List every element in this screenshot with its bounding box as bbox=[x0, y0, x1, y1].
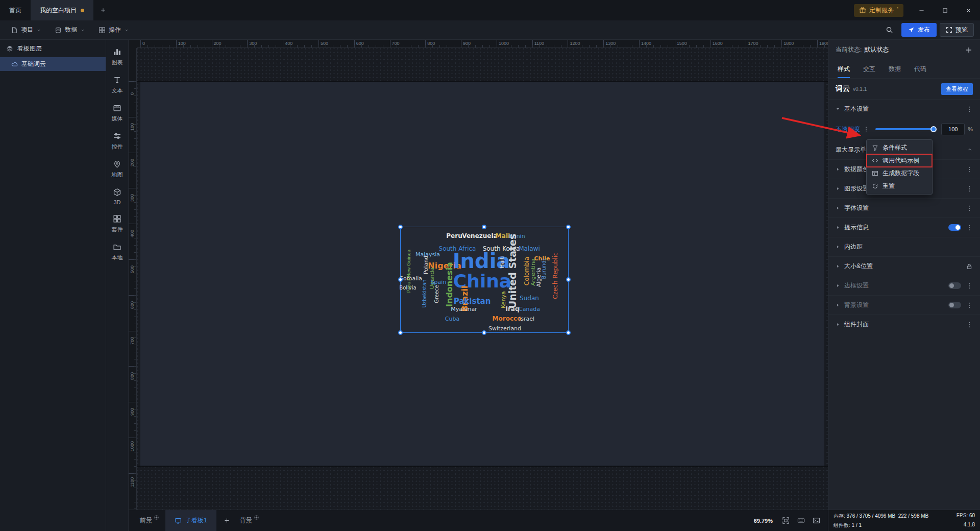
component-count: 组件数: 1 / 1 bbox=[834, 522, 862, 529]
new-tab-button[interactable] bbox=[93, 0, 113, 20]
wordcloud-word: Venezuela bbox=[462, 233, 497, 239]
tool-label: 文本 bbox=[112, 87, 123, 94]
section-header[interactable]: 边框设置 bbox=[828, 276, 980, 295]
section-header[interactable]: 组件封面 bbox=[828, 315, 980, 334]
console-button[interactable] bbox=[808, 510, 824, 531]
wordcloud-word: Canada bbox=[519, 306, 540, 312]
add-state-button[interactable] bbox=[965, 46, 973, 54]
section-header[interactable]: 内边距 bbox=[828, 237, 980, 256]
tool-cube[interactable]: 3D bbox=[106, 183, 128, 210]
lock-icon[interactable] bbox=[966, 263, 973, 270]
fit-screen-button[interactable] bbox=[778, 510, 793, 531]
keyboard-shortcuts-button[interactable] bbox=[793, 510, 808, 531]
resize-handle[interactable] bbox=[482, 330, 486, 335]
more-options-icon[interactable] bbox=[966, 106, 973, 113]
more-options-icon[interactable] bbox=[966, 282, 973, 289]
inspector-tab[interactable]: 数据 bbox=[889, 60, 901, 78]
add-board-button[interactable] bbox=[218, 510, 236, 531]
more-options-icon[interactable] bbox=[966, 321, 973, 328]
search-button[interactable] bbox=[880, 20, 898, 39]
layer-label: 基础词云 bbox=[21, 60, 46, 68]
tool-map[interactable]: 地图 bbox=[106, 155, 128, 183]
zoom-level[interactable]: 69.79% bbox=[749, 510, 778, 531]
resize-handle[interactable] bbox=[398, 330, 403, 335]
inspector-tab[interactable]: 样式 bbox=[838, 60, 850, 78]
menu-item[interactable]: 操作 bbox=[92, 20, 136, 39]
opacity-slider[interactable] bbox=[875, 128, 935, 130]
maximize-button[interactable] bbox=[933, 0, 957, 20]
ruler-tick: 700 bbox=[129, 331, 136, 331]
board-tab[interactable]: 子看板1 bbox=[165, 510, 216, 531]
publish-button[interactable]: 发布 bbox=[901, 23, 937, 37]
toggle-off[interactable] bbox=[948, 282, 961, 289]
wordcloud-word: Czech Republic bbox=[552, 252, 558, 299]
section-header[interactable]: 背景设置 bbox=[828, 295, 980, 315]
more-options-icon[interactable] bbox=[966, 302, 973, 309]
wordcloud-word: Israel bbox=[519, 316, 534, 322]
toggle-on[interactable] bbox=[948, 224, 961, 231]
preview-button[interactable]: 预览 bbox=[940, 23, 974, 37]
bottombar-spacer bbox=[263, 510, 749, 531]
section-label: 背景设置 bbox=[844, 301, 869, 309]
resize-handle[interactable] bbox=[566, 277, 571, 282]
opacity-options-icon[interactable] bbox=[863, 126, 869, 132]
wordcloud-word: Switzerland bbox=[488, 326, 521, 331]
titlebar-tab[interactable]: 我的空白项目 bbox=[31, 0, 93, 20]
tool-local[interactable]: 本地 bbox=[106, 238, 128, 266]
monitor-icon bbox=[175, 517, 182, 524]
chevron-up-icon[interactable] bbox=[967, 147, 973, 153]
ruler-tick: 700 bbox=[390, 40, 390, 47]
more-options-icon[interactable] bbox=[966, 205, 973, 212]
section-label: 数据颜色 bbox=[844, 165, 869, 174]
tab-label: 首页 bbox=[9, 6, 21, 15]
close-button[interactable] bbox=[957, 0, 980, 20]
resize-handle[interactable] bbox=[566, 330, 571, 335]
tool-label: 3D bbox=[113, 199, 120, 205]
context-menu-item[interactable]: 调用代码示例 bbox=[867, 154, 932, 167]
opacity-input[interactable]: 100 bbox=[941, 123, 965, 135]
inspector-tab[interactable]: 代码 bbox=[914, 60, 926, 78]
background-layer-button[interactable]: 背景 bbox=[236, 510, 263, 531]
tool-text[interactable]: 文本 bbox=[106, 71, 128, 99]
tool-label: 地图 bbox=[112, 171, 123, 179]
tool-label: 本地 bbox=[112, 254, 123, 261]
canvas-viewport[interactable]: 0100200300400500600700800900100011001200… bbox=[129, 40, 828, 510]
resize-handle[interactable] bbox=[398, 277, 403, 282]
layer-item[interactable]: 基础词云 bbox=[0, 57, 106, 71]
tool-label: 控件 bbox=[112, 143, 123, 151]
layers-panel: 看板图层 基础词云 bbox=[0, 40, 106, 531]
more-options-icon[interactable] bbox=[966, 224, 973, 231]
section-header[interactable]: 大小&位置 bbox=[828, 256, 980, 276]
titlebar-tab[interactable]: 首页 bbox=[0, 0, 31, 20]
ruler-tick: 1400 bbox=[639, 40, 640, 47]
toggle-off[interactable] bbox=[948, 302, 961, 308]
slider-knob[interactable] bbox=[930, 126, 937, 132]
section-header[interactable]: 字体设置 bbox=[828, 198, 980, 218]
wordcloud-component[interactable]: PeruVenezuelaMaliBeninSouth AfricaSouth … bbox=[400, 227, 569, 333]
context-menu-item[interactable]: 重置 bbox=[867, 180, 932, 192]
section-basic-settings[interactable]: 基本设置 bbox=[828, 99, 980, 118]
resize-handle[interactable] bbox=[566, 225, 571, 229]
custom-service-badge[interactable]: 定制服务 * bbox=[854, 4, 903, 17]
tool-chart[interactable]: 图表 bbox=[106, 43, 128, 71]
more-options-icon[interactable] bbox=[966, 185, 973, 192]
more-options-icon[interactable] bbox=[966, 166, 973, 173]
inspector-tab[interactable]: 交互 bbox=[863, 60, 875, 78]
app-window: 首页我的空白项目 定制服务 * 项目数据操作 发布 预览 看板图层 基础词云 bbox=[0, 0, 980, 531]
resize-handle[interactable] bbox=[482, 225, 486, 229]
tool-widget[interactable]: 控件 bbox=[106, 127, 128, 155]
menu-item[interactable]: 项目 bbox=[4, 20, 48, 39]
tool-kit[interactable]: 套件 bbox=[106, 210, 128, 238]
context-menu-item[interactable]: 生成数据字段 bbox=[867, 167, 932, 180]
view-tutorial-button[interactable]: 查看教程 bbox=[941, 83, 973, 95]
wordcloud-word: Indonesia bbox=[446, 262, 454, 307]
section-header[interactable]: 提示信息 bbox=[828, 218, 980, 237]
wordcloud-word: Iraq bbox=[505, 306, 519, 312]
context-menu: 条件样式调用代码示例生成数据字段重置 bbox=[866, 139, 933, 195]
foreground-layer-button[interactable]: 前景 bbox=[136, 510, 163, 531]
minimize-button[interactable] bbox=[910, 0, 933, 20]
tool-media[interactable]: 媒体 bbox=[106, 99, 128, 127]
menu-item[interactable]: 数据 bbox=[48, 20, 92, 39]
resize-handle[interactable] bbox=[398, 225, 403, 229]
context-menu-item[interactable]: 条件样式 bbox=[867, 141, 932, 154]
